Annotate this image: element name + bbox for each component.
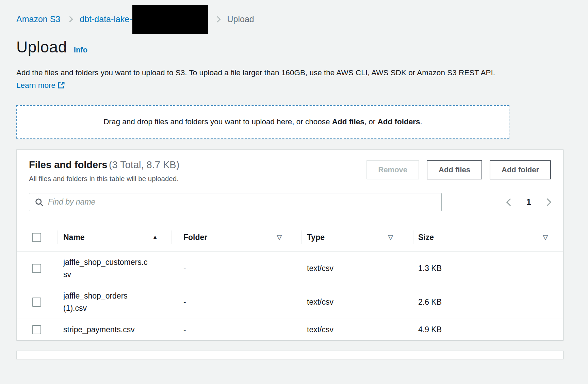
files-and-folders-panel: Files and folders (3 Total, 8.7 KB) All … — [16, 149, 564, 340]
file-size: 4.9 KB — [413, 319, 563, 340]
current-page-number[interactable]: 1 — [526, 197, 531, 207]
file-type: text/csv — [301, 285, 413, 319]
table-row: jaffle_shop_orders (1).csv - text/csv 2.… — [17, 285, 563, 319]
select-all-checkbox[interactable] — [32, 233, 41, 242]
redaction-box — [132, 5, 208, 34]
breadcrumb-bucket-label[interactable]: dbt-data-lake- — [80, 14, 132, 24]
folder-column-label: Folder — [183, 231, 207, 243]
next-panel-partial — [16, 351, 564, 359]
panel-subtitle: All files and folders in this table will… — [29, 175, 179, 183]
file-type: text/csv — [301, 319, 413, 340]
breadcrumb-bucket-link[interactable]: dbt-data-lake- — [80, 14, 208, 24]
chevron-right-icon — [67, 16, 73, 22]
sort-descending-icon: ▽ — [543, 231, 548, 243]
file-size: 1.3 KB — [413, 252, 563, 285]
page-title: Upload — [16, 38, 67, 56]
search-input[interactable] — [48, 197, 436, 207]
search-box[interactable] — [29, 193, 442, 211]
page-description: Add the files and folders you want to up… — [16, 66, 509, 92]
add-folder-button[interactable]: Add folder — [490, 160, 551, 179]
type-column-label: Type — [307, 231, 325, 243]
sort-descending-icon: ▽ — [277, 231, 282, 243]
learn-more-label: Learn more — [16, 81, 55, 90]
file-folder: - — [172, 252, 301, 285]
file-name: jaffle_shop_orders (1).csv — [63, 290, 150, 314]
select-all-header — [17, 223, 58, 252]
panel-actions: Remove Add files Add folder — [366, 160, 551, 179]
panel-title: Files and folders — [29, 159, 107, 170]
previous-page-button[interactable] — [506, 198, 514, 206]
page-header: Upload Info — [16, 38, 564, 56]
description-text: Add the files and folders you want to up… — [16, 68, 495, 77]
sort-descending-icon: ▽ — [388, 231, 393, 243]
breadcrumb: Amazon S3 dbt-data-lake- Upload — [16, 0, 564, 24]
file-name: jaffle_shop_customers.csv — [63, 256, 150, 281]
column-header-size[interactable]: Size▽ — [413, 223, 563, 252]
panel-title-block: Files and folders (3 Total, 8.7 KB) All … — [29, 159, 179, 183]
file-type: text/csv — [301, 252, 413, 285]
breadcrumb-amazon-s3-link[interactable]: Amazon S3 — [16, 14, 60, 24]
file-size: 2.6 KB — [413, 285, 563, 319]
file-name: stripe_payments.csv — [63, 323, 150, 336]
column-header-folder[interactable]: Folder▽ — [172, 223, 301, 252]
pagination: 1 — [507, 197, 551, 207]
chevron-right-icon — [214, 16, 220, 22]
file-folder: - — [172, 285, 301, 319]
breadcrumb-current-page: Upload — [227, 14, 254, 24]
drag-drop-upload-area[interactable]: Drag and drop files and folders you want… — [16, 105, 509, 139]
row-checkbox[interactable] — [32, 298, 41, 307]
add-files-button[interactable]: Add files — [427, 160, 482, 179]
files-table: Name▲ Folder▽ Type▽ Size▽ jaffle_s — [17, 223, 563, 340]
next-page-button[interactable] — [544, 198, 552, 206]
search-row: 1 — [29, 193, 551, 211]
search-icon — [34, 197, 44, 207]
table-header-row: Name▲ Folder▽ Type▽ Size▽ — [17, 223, 563, 252]
table-row: jaffle_shop_customers.csv - text/csv 1.3… — [17, 252, 563, 285]
learn-more-link[interactable]: Learn more — [16, 81, 65, 90]
external-link-icon — [58, 81, 65, 89]
name-column-label: Name — [63, 231, 85, 243]
row-checkbox[interactable] — [32, 264, 41, 273]
row-checkbox[interactable] — [32, 325, 41, 334]
info-link[interactable]: Info — [74, 46, 87, 54]
s3-upload-page: Amazon S3 dbt-data-lake- Upload Upload I… — [0, 0, 588, 359]
size-column-label: Size — [418, 231, 434, 243]
panel-count-summary: (3 Total, 8.7 KB) — [109, 159, 179, 170]
remove-button[interactable]: Remove — [366, 160, 420, 179]
column-header-name[interactable]: Name▲ — [58, 223, 172, 252]
table-row: stripe_payments.csv - text/csv 4.9 KB — [17, 319, 563, 340]
file-folder: - — [172, 319, 301, 340]
sort-ascending-icon: ▲ — [152, 231, 158, 243]
column-header-type[interactable]: Type▽ — [301, 223, 413, 252]
dropzone-text: Drag and drop files and folders you want… — [103, 117, 422, 126]
